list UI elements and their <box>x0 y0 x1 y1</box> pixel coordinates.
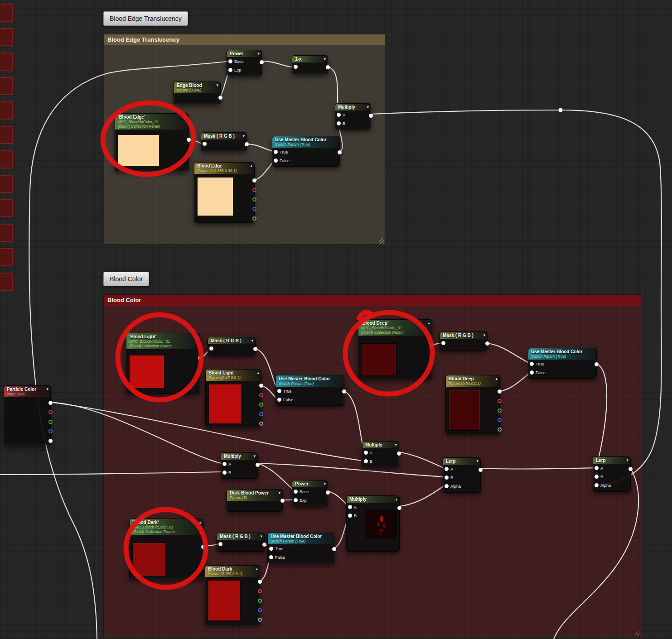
output-pin-rgba[interactable] <box>258 580 262 584</box>
input-pin-false[interactable] <box>530 370 534 375</box>
output-pin[interactable] <box>338 150 342 154</box>
node-header[interactable]: Mask ( R G B ) ▾ <box>208 337 255 344</box>
output-pin-g[interactable] <box>258 599 262 603</box>
node-header[interactable]: Mask ( R G B ) ▾ <box>217 533 264 540</box>
comment-header[interactable]: Blood Edge Translucency <box>104 34 385 45</box>
output-pin[interactable] <box>369 114 373 118</box>
output-pin-g[interactable] <box>252 197 256 202</box>
output-pin[interactable] <box>187 138 191 142</box>
node-header[interactable]: Blood Deep Param (0.04,0,0,1) ▴ <box>446 375 499 387</box>
node-header[interactable]: Use Master Blood Color Switch Param (Tru… <box>276 375 344 387</box>
output-pin-r[interactable] <box>258 589 262 593</box>
node-blood-edge-collection[interactable]: 'Blood Edge' MPC_BloodHitColor_01 (float… <box>115 113 189 171</box>
collapse-caret-icon[interactable]: ▾ <box>367 105 369 109</box>
collapse-caret-icon[interactable]: ▾ <box>324 57 326 61</box>
node-multiply-blood[interactable]: Multiply ▾ A B <box>362 441 399 467</box>
input-pin-b[interactable] <box>222 471 227 475</box>
input-pin[interactable] <box>294 65 298 69</box>
input-pin-exp[interactable] <box>294 498 298 502</box>
comment-bubble-edge-translucency[interactable]: Blood Edge Translucency <box>103 11 188 26</box>
output-pin-rgba[interactable] <box>48 401 53 405</box>
output-pin[interactable] <box>262 543 266 547</box>
input-pin-b[interactable] <box>348 514 352 518</box>
node-blood-light-param[interactable]: Blood Light Param (0.47,0,0,1) ▴ <box>205 369 261 427</box>
collapse-caret-icon[interactable]: ▴ <box>428 321 430 325</box>
node-blood-dark-param[interactable]: Blood Dark Param (0.155,0,0,1) ▴ <box>205 565 260 625</box>
input-pin-true[interactable] <box>274 150 278 154</box>
input-pin-alpha[interactable] <box>595 483 599 487</box>
output-pin-rgba[interactable] <box>259 384 263 388</box>
output-pin-rgba[interactable] <box>252 178 256 183</box>
input-pin-base[interactable] <box>228 59 232 63</box>
output-pin-b[interactable] <box>48 429 53 433</box>
node-header[interactable]: Use Master Blood Color Switch Param (Tru… <box>528 348 596 360</box>
node-use-master-blood-color-light[interactable]: Use Master Blood Color Switch Param (Tru… <box>276 375 344 406</box>
output-pin-b[interactable] <box>252 207 256 211</box>
node-use-master-blood-color-deep[interactable]: Use Master Blood Color Switch Param (Tru… <box>528 348 597 379</box>
node-header[interactable]: Dark Blood Power Param (5) ▾ <box>227 490 282 501</box>
input-pin-alpha[interactable] <box>445 484 449 488</box>
input-pin-a[interactable] <box>348 505 352 509</box>
node-header[interactable]: Multiply ▾ <box>363 442 399 448</box>
input-pin-a[interactable] <box>595 466 599 470</box>
output-pin-alpha[interactable] <box>48 439 53 443</box>
node-mask-rgb-edge[interactable]: Mask ( R G B ) ▾ <box>201 132 247 151</box>
node-multiply-particle[interactable]: Multiply ▾ A B <box>221 452 258 479</box>
collapse-caret-icon[interactable]: ▾ <box>257 51 260 56</box>
input-pin[interactable] <box>218 542 222 546</box>
output-pin[interactable] <box>260 60 264 64</box>
output-pin-rgba[interactable] <box>498 389 502 394</box>
collapse-caret-icon[interactable]: ▴ <box>184 115 187 119</box>
input-pin-base[interactable] <box>294 490 298 494</box>
node-header[interactable]: 'Blood Light' MPC_BloodHitColor_01 (floa… <box>126 333 200 349</box>
node-header[interactable]: Multiply ▴ <box>347 496 399 503</box>
output-pin[interactable] <box>253 347 257 351</box>
node-header[interactable]: Edge Blood Param (0.046) ▾ <box>174 82 220 93</box>
output-pin[interactable] <box>326 65 330 69</box>
node-header[interactable]: Lerp ▾ <box>443 458 480 465</box>
node-dark-blood-power-param[interactable]: Dark Blood Power Param (5) ▾ <box>227 489 283 512</box>
input-pin-false[interactable] <box>269 555 273 559</box>
output-pin[interactable] <box>201 545 205 549</box>
output-pin[interactable] <box>198 356 202 360</box>
collapse-caret-icon[interactable]: ▾ <box>242 134 245 138</box>
collapse-caret-icon[interactable]: ▾ <box>278 490 280 495</box>
node-header[interactable]: Mask ( R G B ) ▾ <box>440 332 487 339</box>
input-pin-a[interactable] <box>222 462 227 466</box>
output-pin[interactable] <box>628 467 633 471</box>
node-mask-rgb-light[interactable]: Mask ( R G B ) ▾ <box>208 337 256 356</box>
input-pin-a[interactable] <box>445 467 449 471</box>
input-pin-b[interactable] <box>595 475 599 479</box>
output-pin[interactable] <box>397 452 401 456</box>
output-pin-b[interactable] <box>498 418 502 422</box>
node-use-master-blood-color-edge[interactable]: Use Master Blood Color Switch Param (Tru… <box>272 136 340 167</box>
node-header[interactable]: Multiply ▾ <box>221 453 257 460</box>
node-header[interactable]: Blood Edge Param (2,0.656,0.36,1) ▴ <box>194 163 254 174</box>
collapse-caret-icon[interactable]: ▾ <box>260 534 262 538</box>
output-pin-b[interactable] <box>259 412 263 416</box>
output-pin-r[interactable] <box>259 393 263 397</box>
input-pin-b[interactable] <box>364 459 368 463</box>
node-particle-color[interactable]: Particle Color Input Data ▾ <box>4 385 51 445</box>
node-mask-rgb-deep[interactable]: Mask ( R G B ) ▾ <box>440 332 488 351</box>
output-pin[interactable] <box>485 341 489 346</box>
node-header[interactable]: 'Blood Deep' MPC_BloodHitColor_01 (float… <box>358 320 432 336</box>
node-header[interactable]: Lerp ▾ <box>593 457 630 464</box>
output-pin[interactable] <box>342 389 346 394</box>
comment-bubble-blood-color[interactable]: Blood Color <box>103 272 149 286</box>
collapse-caret-icon[interactable]: ▾ <box>216 83 218 87</box>
node-edge-blood-param[interactable]: Edge Blood Param (0.046) ▾ <box>174 82 221 104</box>
node-multiply-texture[interactable]: Multiply ▴ A B <box>346 495 400 552</box>
output-pin-a[interactable] <box>258 618 262 622</box>
node-one-minus-x[interactable]: 1-x ▾ <box>292 55 328 74</box>
output-pin-b[interactable] <box>258 608 262 612</box>
output-pin-a[interactable] <box>252 216 256 221</box>
output-pin[interactable] <box>280 499 285 503</box>
output-pin[interactable] <box>326 490 330 495</box>
collapse-caret-icon[interactable]: ▴ <box>495 376 498 381</box>
collapse-caret-icon[interactable]: ▾ <box>324 481 326 486</box>
node-header[interactable]: 'Blood Edge' MPC_BloodHitColor_01 (float… <box>115 114 189 130</box>
node-header[interactable]: Blood Dark Param (0.155,0,0,1) ▴ <box>205 566 260 577</box>
input-pin-false[interactable] <box>274 159 278 163</box>
input-pin-exp[interactable] <box>228 68 232 72</box>
